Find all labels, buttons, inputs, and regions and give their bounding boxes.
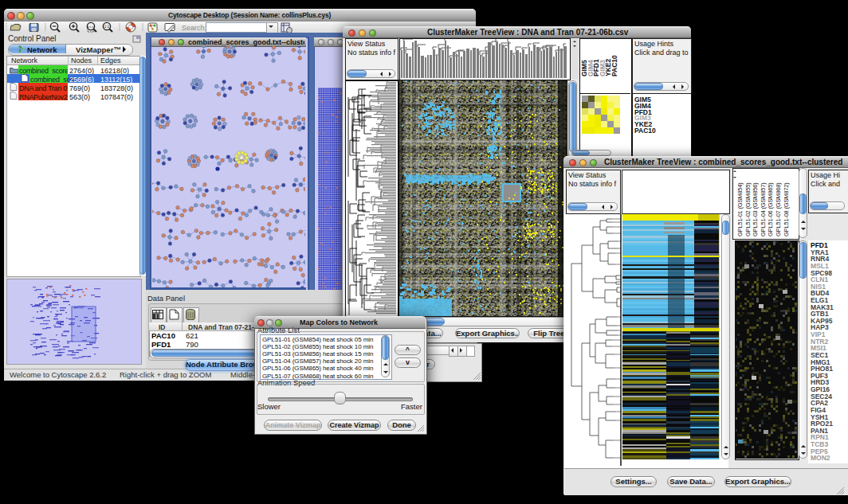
- svg-text:PAC10: PAC10: [610, 55, 618, 76]
- svg-text:GPL51-02 (GSM855): GPL51-02 (GSM855): [744, 182, 752, 236]
- svg-text:1:1: 1:1: [104, 25, 110, 29]
- svg-text:GPL51-06 (GSM865): GPL51-06 (GSM865): [767, 182, 774, 236]
- svg-text:GPL51-01 (GSM854): GPL51-01 (GSM854): [736, 182, 744, 236]
- svg-text:GPL51-04 (GSM857): GPL51-04 (GSM857): [760, 182, 767, 236]
- svg-text:GPL51-07 (GSM868): GPL51-07 (GSM868): [775, 182, 782, 236]
- svg-text:GPL51-08 (GSM872): GPL51-08 (GSM872): [783, 182, 790, 236]
- svg-text:MON2: MON2: [811, 454, 830, 462]
- svg-text:GPL51-03 (GSM856): GPL51-03 (GSM856): [752, 182, 759, 236]
